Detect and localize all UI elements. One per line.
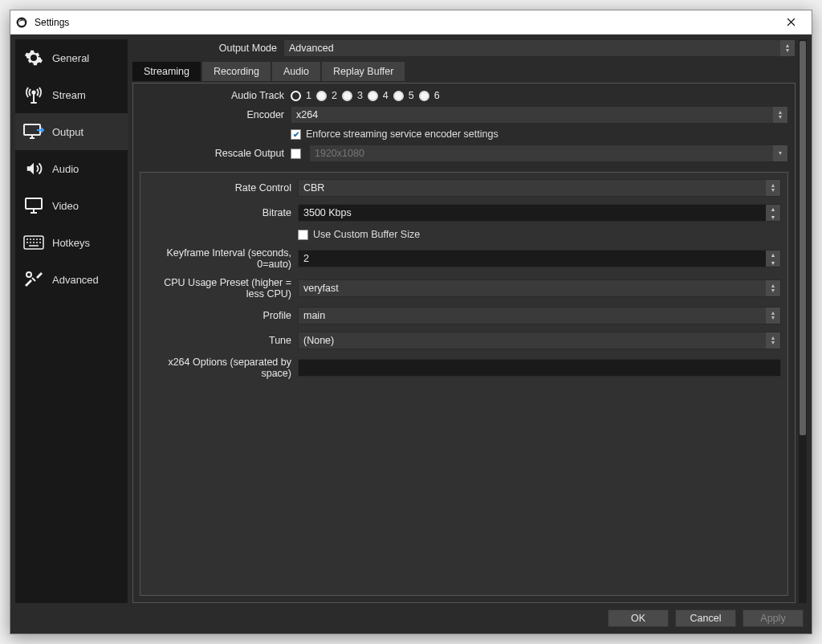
sidebar-item-label: Advanced bbox=[52, 274, 99, 286]
audio-track-radio-1[interactable] bbox=[291, 91, 301, 101]
svg-rect-4 bbox=[26, 198, 42, 209]
sidebar-item-label: General bbox=[52, 52, 89, 64]
chevron-updown-icon: ▲▼ bbox=[766, 308, 780, 324]
streaming-tab-body: Audio Track 1 2 3 4 5 6 bbox=[132, 83, 796, 603]
cancel-button[interactable]: Cancel bbox=[675, 609, 736, 627]
audio-track-radio-3[interactable] bbox=[342, 91, 352, 101]
dialog-footer: OK Cancel Apply bbox=[10, 603, 812, 634]
rate-control-label: Rate Control bbox=[147, 182, 298, 194]
chevron-updown-icon: ▲▼ bbox=[766, 280, 780, 296]
custom-buffer-label: Use Custom Buffer Size bbox=[313, 229, 420, 240]
rescale-checkbox[interactable] bbox=[291, 149, 301, 159]
tune-select[interactable]: (None) ▲▼ bbox=[298, 332, 781, 349]
speaker-icon bbox=[23, 160, 44, 177]
output-mode-select[interactable]: Advanced ▲▼ bbox=[283, 39, 796, 57]
encoder-select[interactable]: x264 ▲▼ bbox=[291, 106, 788, 124]
ok-button[interactable]: OK bbox=[608, 609, 669, 627]
tab-replay-buffer[interactable]: Replay Buffer bbox=[322, 62, 405, 81]
keyframe-input[interactable]: 2 ▲▼ bbox=[298, 250, 781, 267]
output-mode-label: Output Mode bbox=[132, 43, 283, 54]
scrollbar-thumb[interactable] bbox=[800, 41, 806, 435]
settings-window: Settings General Stream bbox=[10, 10, 812, 634]
tab-streaming[interactable]: Streaming bbox=[132, 62, 201, 81]
output-mode-value: Advanced bbox=[289, 43, 334, 54]
tab-audio[interactable]: Audio bbox=[272, 62, 320, 81]
tune-value: (None) bbox=[303, 335, 334, 346]
keyboard-icon bbox=[23, 234, 44, 251]
profile-label: Profile bbox=[147, 310, 298, 321]
profile-select[interactable]: main ▲▼ bbox=[298, 307, 781, 324]
monitor-icon bbox=[23, 197, 44, 214]
bitrate-value: 3500 Kbps bbox=[303, 207, 352, 218]
antenna-icon bbox=[23, 86, 44, 104]
audio-track-radio-2[interactable] bbox=[316, 91, 327, 101]
sidebar-item-general[interactable]: General bbox=[15, 39, 128, 76]
cpu-preset-label: CPU Usage Preset (higher = less CPU) bbox=[147, 277, 298, 300]
cpu-preset-value: veryfast bbox=[303, 283, 339, 294]
chevron-down-icon: ▼ bbox=[773, 145, 787, 161]
chevron-updown-icon: ▲▼ bbox=[780, 40, 795, 56]
audio-track-radio-5[interactable] bbox=[393, 91, 404, 101]
chevron-up-icon[interactable]: ▲ bbox=[766, 205, 780, 213]
main-panel: Output Mode Advanced ▲▼ Streaming Record… bbox=[132, 39, 807, 603]
x264-opts-input[interactable] bbox=[298, 359, 781, 377]
sidebar-item-audio[interactable]: Audio bbox=[15, 150, 128, 187]
encoder-settings-group: Rate Control CBR ▲▼ Bitrate bbox=[140, 172, 788, 596]
window-title: Settings bbox=[35, 17, 775, 28]
cpu-preset-select[interactable]: veryfast ▲▼ bbox=[298, 279, 781, 297]
enforce-encoder-label: Enforce streaming service encoder settin… bbox=[306, 128, 498, 140]
chevron-down-icon[interactable]: ▼ bbox=[766, 259, 780, 267]
chevron-down-icon[interactable]: ▼ bbox=[766, 213, 780, 221]
output-tabs: Streaming Recording Audio Replay Buffer bbox=[132, 62, 796, 81]
sidebar: General Stream Output bbox=[15, 39, 128, 603]
rate-control-select[interactable]: CBR ▲▼ bbox=[298, 179, 781, 197]
monitor-output-icon bbox=[23, 123, 44, 141]
chevron-updown-icon: ▲▼ bbox=[766, 180, 780, 196]
sidebar-item-advanced[interactable]: Advanced bbox=[15, 261, 128, 298]
audio-track-radio-4[interactable] bbox=[368, 91, 378, 101]
sidebar-item-label: Hotkeys bbox=[52, 237, 90, 249]
chevron-up-icon[interactable]: ▲ bbox=[766, 251, 780, 259]
enforce-encoder-checkbox[interactable] bbox=[291, 129, 301, 140]
client-area: General Stream Output bbox=[10, 35, 812, 634]
sidebar-item-video[interactable]: Video bbox=[15, 187, 128, 224]
audio-track-label: Audio Track bbox=[140, 90, 291, 101]
bitrate-input[interactable]: 3500 Kbps ▲▼ bbox=[298, 204, 781, 222]
svg-point-6 bbox=[26, 272, 31, 277]
sidebar-item-label: Audio bbox=[52, 163, 79, 175]
close-button[interactable] bbox=[775, 11, 807, 34]
sidebar-item-label: Output bbox=[52, 126, 83, 138]
sidebar-item-label: Video bbox=[52, 200, 79, 212]
gear-icon bbox=[23, 49, 44, 67]
sidebar-item-hotkeys[interactable]: Hotkeys bbox=[15, 224, 128, 261]
obs-icon bbox=[15, 16, 28, 29]
sidebar-item-output[interactable]: Output bbox=[15, 113, 128, 150]
encoder-label: Encoder bbox=[140, 109, 291, 120]
sidebar-item-stream[interactable]: Stream bbox=[15, 76, 128, 113]
bitrate-label: Bitrate bbox=[147, 207, 298, 218]
rescale-label: Rescale Output bbox=[140, 148, 291, 159]
keyframe-value: 2 bbox=[303, 253, 309, 264]
audio-track-radio-6[interactable] bbox=[419, 91, 429, 101]
vertical-scrollbar[interactable] bbox=[799, 39, 807, 603]
keyframe-label: Keyframe Interval (seconds, 0=auto) bbox=[147, 247, 298, 270]
tab-recording[interactable]: Recording bbox=[202, 62, 271, 81]
custom-buffer-checkbox[interactable] bbox=[298, 230, 308, 240]
apply-button[interactable]: Apply bbox=[743, 609, 804, 627]
profile-value: main bbox=[303, 310, 325, 321]
titlebar: Settings bbox=[10, 10, 812, 35]
encoder-value: x264 bbox=[296, 109, 318, 120]
tools-icon bbox=[23, 271, 44, 288]
rescale-select[interactable]: 1920x1080 ▼ bbox=[309, 145, 788, 162]
sidebar-item-label: Stream bbox=[52, 89, 86, 101]
x264-opts-label: x264 Options (separated by space) bbox=[147, 357, 298, 379]
rate-control-value: CBR bbox=[303, 182, 324, 194]
tune-label: Tune bbox=[147, 335, 298, 346]
rescale-value: 1920x1080 bbox=[315, 148, 364, 159]
chevron-updown-icon: ▲▼ bbox=[766, 332, 780, 348]
chevron-updown-icon: ▲▼ bbox=[773, 107, 787, 123]
